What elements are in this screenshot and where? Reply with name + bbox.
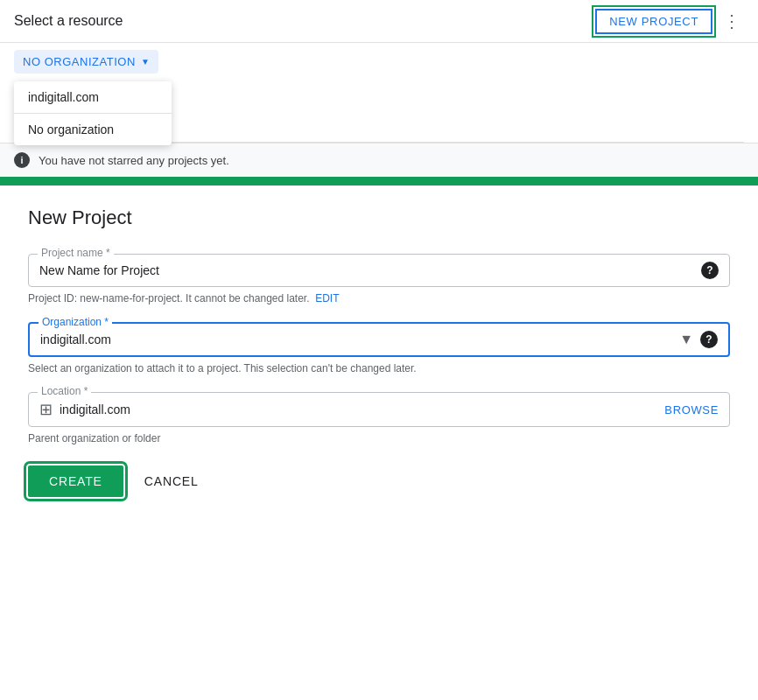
panel-title: Select a resource <box>14 13 123 29</box>
org-selected-label: NO ORGANIZATION <box>23 55 136 68</box>
org-dropdown-button[interactable]: NO ORGANIZATION ▼ <box>14 50 158 74</box>
org-field-row: indigitall.com ▼ ? <box>40 331 718 348</box>
location-field: Location * ⊞ indigitall.com BROWSE <box>28 392 730 427</box>
project-name-help-icon[interactable]: ? <box>701 262 719 279</box>
org-group: Organization * indigitall.com ▼ ? Select… <box>28 322 730 374</box>
project-name-field: Project name * ? <box>28 254 730 287</box>
info-message: You have not starred any projects yet. <box>39 154 229 167</box>
dropdown-arrow-icon: ▼ <box>141 57 150 66</box>
org-option-no-org[interactable]: No organization <box>14 114 172 145</box>
header-bar: Select a resource NEW PROJECT ⋮ <box>0 0 758 43</box>
cancel-button[interactable]: CANCEL <box>137 466 206 497</box>
org-field: Organization * indigitall.com ▼ ? <box>28 322 730 357</box>
project-id-hint: Project ID: new-name-for-project. It can… <box>28 292 730 304</box>
org-label: Organization * <box>39 316 112 328</box>
info-bar: i You have not starred any projects yet. <box>0 143 758 177</box>
org-option-indigitall[interactable]: indigitall.com <box>14 81 172 113</box>
info-icon: i <box>14 152 30 168</box>
select-resource-panel: Select a resource NEW PROJECT ⋮ NO ORGAN… <box>0 0 758 180</box>
header-actions: NEW PROJECT ⋮ <box>595 7 744 35</box>
org-selected-value: indigitall.com <box>40 332 679 346</box>
browse-button[interactable]: BROWSE <box>664 403 719 416</box>
location-group: Location * ⊞ indigitall.com BROWSE Paren… <box>28 392 730 444</box>
grid-icon: ⊞ <box>39 400 53 419</box>
project-name-group: Project name * ? Project ID: new-name-fo… <box>28 254 730 304</box>
location-row: ⊞ indigitall.com BROWSE <box>39 400 719 419</box>
org-dropdown-menu: indigitall.com No organization <box>14 81 172 145</box>
actions-row: CREATE CANCEL <box>28 466 730 497</box>
project-name-input[interactable] <box>39 263 701 277</box>
location-label: Location * <box>38 385 91 397</box>
org-hint: Select an organization to attach it to a… <box>28 362 730 374</box>
form-title: New Project <box>28 206 730 229</box>
project-name-input-row: ? <box>39 262 719 279</box>
new-project-form: New Project Project name * ? Project ID:… <box>0 186 758 518</box>
location-value: indigitall.com <box>60 402 664 416</box>
location-hint: Parent organization or folder <box>28 432 730 444</box>
project-name-label: Project name * <box>38 247 114 259</box>
new-project-button[interactable]: NEW PROJECT <box>595 9 712 34</box>
org-help-icon[interactable]: ? <box>700 331 718 348</box>
org-selector-row: NO ORGANIZATION ▼ indigitall.com No orga… <box>0 43 758 80</box>
cannot-change-text: cannot be changed later. <box>194 292 309 304</box>
create-button[interactable]: CREATE <box>28 466 123 497</box>
edit-link[interactable]: EDIT <box>315 292 339 304</box>
org-dropdown-arrow-icon[interactable]: ▼ <box>679 332 693 347</box>
more-icon[interactable]: ⋮ <box>719 7 744 35</box>
